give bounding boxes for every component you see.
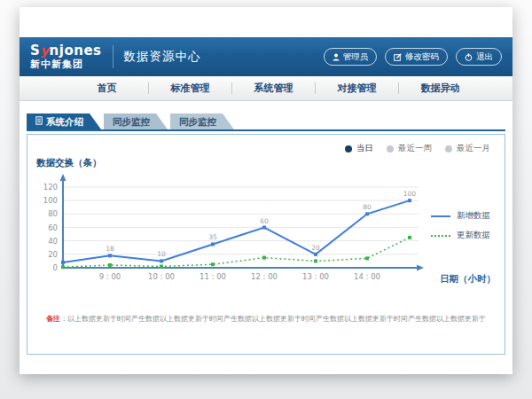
svg-text:80: 80 bbox=[363, 203, 372, 211]
edit-icon bbox=[394, 53, 402, 61]
y-axis-title: 数据交换（条） bbox=[36, 157, 102, 169]
document-icon bbox=[35, 113, 43, 129]
tab-label: 系统介绍 bbox=[46, 113, 83, 129]
svg-text:13 : 00: 13 : 00 bbox=[302, 272, 329, 281]
line-chart: 0204060801001209 : 0010 : 0011 : 0012 : … bbox=[27, 170, 435, 303]
svg-text:100: 100 bbox=[43, 196, 58, 205]
change-password-button[interactable]: 修改密码 bbox=[385, 48, 448, 66]
solid-line-icon bbox=[431, 215, 450, 217]
svg-text:35: 35 bbox=[208, 233, 217, 241]
filter-label: 最近一月 bbox=[457, 143, 490, 154]
logout-label: 退出 bbox=[476, 51, 493, 63]
change-password-label: 修改密码 bbox=[405, 51, 439, 63]
footnote: 备注：以上数据更新于时间产生数据以上数据更新于时间产生数据以上数据更新于时间产生… bbox=[27, 314, 505, 324]
nav-item-data-change[interactable]: 数据异动 bbox=[399, 82, 481, 94]
tab-sync-monitor-2[interactable]: 同步监控 bbox=[170, 113, 234, 129]
nav-item-home[interactable]: 首页 bbox=[66, 82, 149, 94]
tab-label: 同步监控 bbox=[113, 113, 150, 129]
main-nav: 首页 标准管理 系统管理 对接管理 数据异动 bbox=[20, 76, 512, 101]
svg-text:11 : 00: 11 : 00 bbox=[200, 272, 226, 281]
chart-panel: 当日 最近一周 最近一月 数据交换（条） 0204060801001209 : … bbox=[27, 134, 505, 355]
logo-accent: y bbox=[40, 43, 49, 59]
legend-item-updated-data: 更新数据 bbox=[431, 230, 490, 241]
legend-label: 更新数据 bbox=[457, 230, 490, 241]
radio-icon bbox=[387, 145, 394, 153]
tab-bar: 系统介绍 同步监控 同步监控 bbox=[27, 113, 505, 131]
logout-button[interactable]: 退出 bbox=[456, 48, 502, 66]
app-header: Synjones 新中新集团 数据资源中心 管理员 修改密码 bbox=[20, 37, 512, 76]
tab-label: 同步监控 bbox=[179, 113, 216, 129]
svg-text:60: 60 bbox=[260, 217, 269, 225]
company-logo: Synjones 新中新集团 bbox=[30, 44, 102, 69]
filter-last-month[interactable]: 最近一月 bbox=[445, 143, 490, 154]
user-actions: 管理员 修改密码 退出 bbox=[324, 48, 503, 66]
svg-text:20: 20 bbox=[48, 250, 58, 259]
legend-item-new-data: 新增数据 bbox=[431, 210, 490, 222]
dotted-line-icon bbox=[431, 235, 450, 237]
radio-icon bbox=[445, 145, 452, 153]
svg-text:100: 100 bbox=[403, 190, 417, 198]
tab-sync-monitor-1[interactable]: 同步监控 bbox=[104, 113, 168, 129]
app-title: 数据资源中心 bbox=[124, 49, 201, 65]
svg-text:10: 10 bbox=[157, 250, 166, 258]
power-icon bbox=[465, 53, 473, 61]
nav-item-system-mgmt[interactable]: 系统管理 bbox=[232, 82, 316, 94]
user-icon bbox=[332, 53, 340, 61]
svg-text:40: 40 bbox=[48, 237, 58, 246]
svg-text:80: 80 bbox=[48, 209, 58, 218]
logo-wordmark: Synjones bbox=[30, 44, 102, 58]
svg-text:0: 0 bbox=[53, 263, 58, 272]
filter-last-week[interactable]: 最近一周 bbox=[387, 143, 432, 154]
top-strip bbox=[20, 7, 512, 37]
svg-text:12 : 00: 12 : 00 bbox=[251, 272, 278, 281]
legend-label: 新增数据 bbox=[457, 210, 490, 222]
svg-text:10 : 00: 10 : 00 bbox=[148, 272, 175, 281]
svg-text:18: 18 bbox=[106, 245, 114, 253]
chart-legend: 新增数据 更新数据 bbox=[431, 210, 490, 241]
admin-button[interactable]: 管理员 bbox=[324, 48, 378, 66]
filter-today[interactable]: 当日 bbox=[345, 143, 373, 154]
chart-area: 0204060801001209 : 0010 : 0011 : 0012 : … bbox=[27, 170, 435, 303]
filter-label: 最近一周 bbox=[398, 143, 432, 154]
logo-subtitle: 新中新集团 bbox=[30, 59, 102, 69]
footnote-label: 备注 bbox=[46, 315, 60, 323]
x-axis-title: 日期（小时） bbox=[440, 273, 496, 286]
svg-text:20: 20 bbox=[311, 244, 320, 252]
footnote-text: ：以上数据更新于时间产生数据以上数据更新于时间产生数据以上数据更新于时间产生数据… bbox=[60, 315, 486, 323]
time-range-filters: 当日 最近一周 最近一月 bbox=[345, 143, 490, 154]
svg-text:60: 60 bbox=[48, 223, 58, 232]
svg-text:9 : 00: 9 : 00 bbox=[99, 272, 121, 281]
tab-system-intro[interactable]: 系统介绍 bbox=[27, 113, 101, 129]
svg-text:14 : 00: 14 : 00 bbox=[354, 272, 380, 281]
header-divider bbox=[113, 45, 113, 68]
nav-item-interface-mgmt[interactable]: 对接管理 bbox=[316, 82, 399, 94]
radio-selected-icon bbox=[345, 145, 352, 153]
page-card: Synjones 新中新集团 数据资源中心 管理员 修改密码 bbox=[20, 7, 512, 374]
filter-label: 当日 bbox=[356, 143, 373, 154]
svg-text:120: 120 bbox=[43, 183, 58, 192]
admin-label: 管理员 bbox=[343, 51, 369, 63]
nav-item-standard-mgmt[interactable]: 标准管理 bbox=[149, 82, 232, 94]
